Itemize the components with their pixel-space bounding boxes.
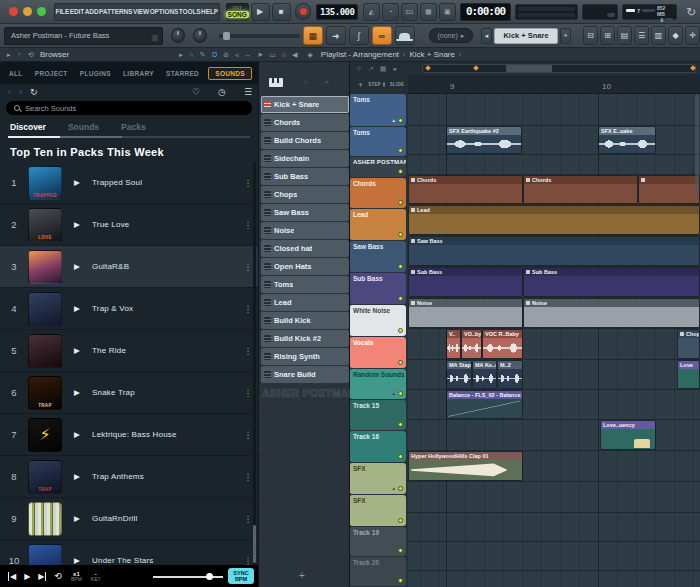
pat-song-switch[interactable]: PAT SONG	[226, 3, 249, 21]
master-pitch-knob[interactable]	[171, 28, 185, 43]
pattern-item[interactable]: Rising Synth	[261, 348, 349, 365]
group-collapse-icon[interactable]: ▴	[392, 485, 395, 491]
tempo-display[interactable]: 135.000	[316, 4, 357, 20]
clip-hyper-hollywoodhills-clap-01[interactable]: Hyper HollywoodHills Clap 01	[408, 451, 523, 481]
group-collapse-icon[interactable]: ▴	[392, 390, 395, 396]
minimize-window-button[interactable]	[23, 7, 32, 16]
pattern-item[interactable]: Build Kick	[261, 312, 349, 329]
clip-ma-stap[interactable]: MA Stap	[446, 360, 472, 389]
pattern-add-button[interactable]: +	[560, 28, 571, 44]
loop-record-icon[interactable]: ∩	[189, 51, 194, 58]
menu-item-tools[interactable]: TOOLS	[179, 8, 201, 15]
overview-view-region[interactable]	[506, 65, 552, 72]
piano-view-icon[interactable]: ▦	[380, 65, 387, 73]
pattern-item[interactable]: Kick + Snare	[261, 96, 349, 113]
key-control[interactable]: - KEY	[91, 571, 101, 582]
add-pattern-icon[interactable]: +	[299, 570, 305, 581]
piano-roll-button[interactable]: ⊞	[600, 26, 615, 45]
track-mute-led[interactable]	[398, 360, 403, 365]
typing-to-piano-button[interactable]: ▦	[303, 26, 323, 45]
loop-icon[interactable]: ⟲	[54, 571, 62, 581]
metronome-icon[interactable]: ◭	[363, 3, 380, 21]
pattern-item[interactable]: Snare Build	[261, 366, 349, 383]
paint-tool-icon[interactable]: ➤	[257, 51, 263, 59]
pack-row[interactable]: 4▶Trap & Vox⋮	[0, 288, 258, 330]
pack-row[interactable]: 8TRAP▶Trap Anthems⋮	[0, 456, 258, 498]
slide-button[interactable]: ʃ	[349, 26, 369, 45]
playlist-track-lane[interactable]	[408, 513, 700, 542]
channel-rack-button[interactable]: ▤	[617, 26, 632, 45]
track-mute-led[interactable]	[398, 232, 403, 237]
playlist-button[interactable]: ⊟	[583, 26, 598, 45]
clip-sub-bass[interactable]: Sub Bass	[523, 267, 700, 297]
clip-sfx-earthquake-2[interactable]: SFX Earthquake #2	[446, 126, 522, 154]
timeline-ruler[interactable]: 910	[408, 75, 700, 94]
browser-tab-library[interactable]: LIBRARY	[120, 68, 157, 79]
arrow-button[interactable]: ➜	[326, 26, 346, 45]
blend-notes-button[interactable]: ∞	[372, 26, 392, 45]
pencil-tool-icon[interactable]: ✎	[200, 51, 206, 59]
track-header-white-noise[interactable]: White Noise	[350, 305, 406, 336]
playlist-overview-scrollbar[interactable]	[422, 64, 696, 73]
playlist-track-lane[interactable]: ChordsChords	[408, 175, 700, 205]
pack-play-button[interactable]: ▶	[62, 472, 92, 481]
clip-sfx-e-uake[interactable]: SFX E..uake	[598, 126, 656, 154]
piano-view-icon[interactable]	[269, 78, 283, 87]
refresh-icon[interactable]: ⟲	[28, 51, 34, 58]
clip-pattern[interactable]	[638, 175, 700, 204]
pattern-item[interactable]: Build Chords	[261, 132, 349, 149]
pack-row[interactable]: 3▶GuitaR&B⋮	[0, 246, 258, 288]
track-header-sfx[interactable]: SFX▴	[350, 463, 406, 494]
shuffle-slider[interactable]	[219, 34, 300, 38]
track-header-sub-bass[interactable]: Sub Bass	[350, 273, 406, 304]
close-window-button[interactable]	[9, 7, 18, 16]
track-mute-led[interactable]	[398, 200, 403, 205]
pack-play-button[interactable]: ▶	[62, 304, 92, 313]
slip-tool-icon[interactable]: ⊘	[223, 51, 229, 59]
project-title-field[interactable]: Asher Postman - Future Bass▥	[4, 27, 163, 45]
clip-love[interactable]: Love	[677, 360, 700, 389]
playlist-track-lane[interactable]	[408, 482, 700, 513]
playlist-breadcrumb[interactable]: Playlist - Arrangement	[321, 50, 399, 59]
pack-row[interactable]: 6TRAP▶Snake Trap⋮	[0, 372, 258, 414]
track-mute-led[interactable]	[398, 328, 403, 333]
slide-label[interactable]: SLIDE	[390, 82, 404, 87]
step-play-icon[interactable]: ▸	[179, 51, 183, 59]
speed-control[interactable]: x1 BPM	[71, 571, 82, 582]
back-icon[interactable]: ‹	[8, 87, 11, 97]
pack-row[interactable]: 2LOVE▶True Love⋮	[0, 204, 258, 246]
stop-button[interactable]: ■	[272, 3, 291, 21]
menu-item-add[interactable]: ADD	[85, 8, 99, 15]
clip-love-uency[interactable]: Love..uency	[600, 420, 656, 450]
player-play-icon[interactable]: ▶	[24, 572, 30, 581]
pack-row[interactable]: 5▶The Ride⋮	[0, 330, 258, 372]
playlist-track-lane[interactable]: Hyper HollywoodHills Clap 01	[408, 451, 700, 482]
move-tool-icon[interactable]: ⊹	[303, 79, 309, 87]
master-volume-knob[interactable]	[193, 28, 207, 43]
menu-item-patterns[interactable]: PATTERNS	[99, 8, 132, 15]
track-mute-led[interactable]	[398, 296, 403, 301]
browser-breadcrumb[interactable]: Browser	[40, 50, 69, 59]
playlist-track-lane[interactable]	[408, 542, 700, 571]
pack-play-button[interactable]: ▶	[62, 220, 92, 229]
add-track-icon[interactable]: +	[358, 80, 363, 90]
menu-item-edit[interactable]: EDIT	[70, 8, 84, 15]
playlist-sub-breadcrumb[interactable]: Kick + Snare	[409, 50, 455, 59]
group-collapse-icon[interactable]: ▴	[392, 117, 395, 123]
sync-bpm-button[interactable]: SYNC BPM	[228, 568, 254, 584]
pattern-selector-value[interactable]: Kick + Snare	[494, 28, 558, 44]
mute-tool-icon[interactable]: ◃	[235, 51, 239, 59]
pattern-item[interactable]: Sidechain	[261, 150, 349, 167]
clip-vo-by[interactable]: VO..by	[461, 329, 482, 359]
pack-play-button[interactable]: ▶	[62, 346, 92, 355]
pattern-item[interactable]: Noise	[261, 222, 349, 239]
typing-keyboard-icon[interactable]: ▦	[420, 3, 437, 21]
favorites-heart-icon[interactable]: ♡	[192, 87, 200, 97]
track-mute-led[interactable]	[398, 391, 403, 396]
playlist-track-lane[interactable]: Lead	[408, 205, 700, 236]
playlist-track-lane[interactable]: SFX Earthquake #2SFX E..uake	[408, 126, 700, 155]
pack-play-button[interactable]: ▶	[62, 178, 92, 187]
pattern-prev-button[interactable]: ◂	[481, 28, 492, 44]
playlist-track-lane[interactable]: Saw Bass	[408, 236, 700, 267]
track-header-toms[interactable]: Toms▴	[350, 94, 406, 126]
